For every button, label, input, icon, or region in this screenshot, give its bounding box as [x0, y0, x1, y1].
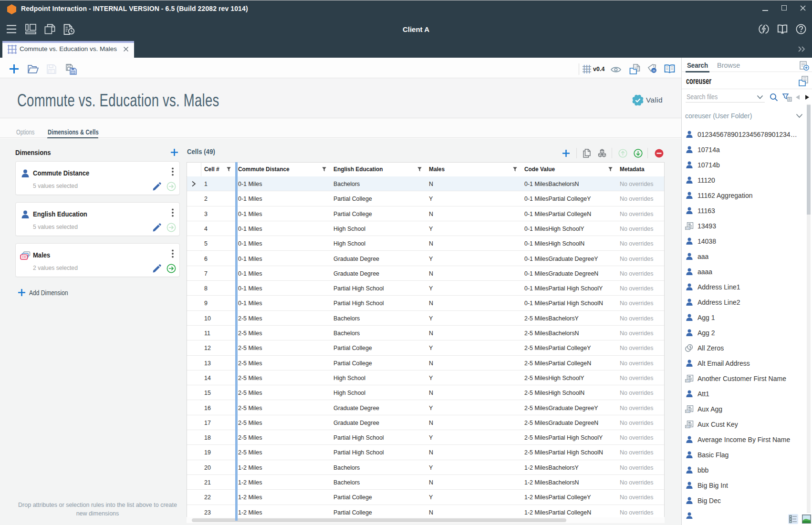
svg-text:db: db — [653, 69, 656, 72]
